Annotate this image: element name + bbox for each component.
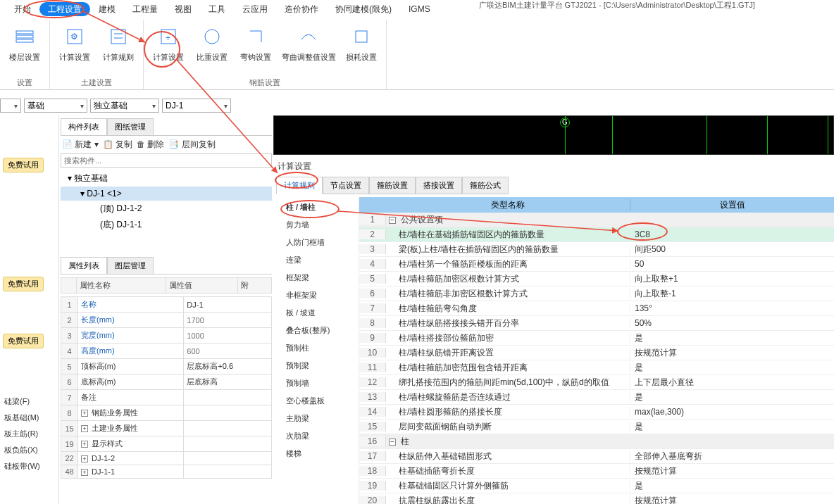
calc-row[interactable]: 14柱/墙柱圆形箍筋的搭接长度max(lae,300) [359, 405, 834, 420]
hook-settings-button[interactable]: 弯钩设置 [237, 23, 275, 76]
calc-side-item[interactable]: 非框架梁 [273, 286, 359, 304]
calc-tab-formula[interactable]: 箍筋公式 [462, 177, 509, 194]
table-row[interactable]: 7备注 [61, 390, 272, 405]
table-row[interactable]: 1名称DJ-1 [61, 297, 272, 313]
menu-collab[interactable]: 协同建模(限免) [327, 2, 400, 16]
table-row[interactable]: 22+ DJ-1-2 [61, 452, 272, 465]
component-selector[interactable]: DJ-1 [162, 99, 231, 113]
calc-tab-stirrup[interactable]: 箍筋设置 [369, 177, 416, 194]
table-row[interactable]: 15+ 土建业务属性 [61, 421, 272, 436]
floor-settings-button[interactable]: 楼层设置 [6, 23, 44, 76]
calc-row[interactable]: 10柱/墙柱纵筋错开距离设置按规范计算 [359, 346, 834, 360]
tab-drawing-mgmt[interactable]: 图纸管理 [107, 118, 154, 135]
tab-property-list[interactable]: 属性列表 [61, 257, 107, 274]
calc-side-item[interactable]: 连梁 [273, 251, 359, 269]
calc-row[interactable]: 7柱/墙柱箍筋弯勾角度135° [359, 301, 834, 316]
calc-row[interactable]: 6柱/墙柱箍筋非加密区根数计算方式向上取整-1 [359, 286, 834, 301]
tab-component-list[interactable]: 构件列表 [61, 118, 107, 135]
copy-button[interactable]: 📋 复制 [103, 139, 132, 151]
tree-item[interactable]: (底) DJ-1-1 [61, 217, 272, 233]
tree-item[interactable]: ▾ 独立基础 [61, 170, 272, 187]
new-button[interactable]: 📄 新建 ▾ [62, 139, 99, 151]
selector-blank[interactable] [0, 99, 21, 113]
calc-tab-lap[interactable]: 搭接设置 [416, 177, 462, 194]
calc-row[interactable]: 15层间变截面钢筋自动判断是 [359, 420, 834, 434]
calc-settings-button[interactable]: ⚙ 计算设置 [56, 23, 94, 76]
calc-row[interactable]: 17柱纵筋伸入基础锚固形式全部伸入基底弯折 [359, 449, 834, 464]
table-row[interactable]: 19+ 显示样式 [61, 436, 272, 452]
menu-modeling[interactable]: 建模 [90, 2, 124, 16]
table-row[interactable]: 6底标高(m)层底标高 [61, 374, 272, 390]
table-row[interactable]: 3宽度(mm)1000 [61, 328, 272, 344]
trial-button[interactable]: 免费试用 [3, 158, 44, 172]
calc-side-item[interactable]: 叠合板(整厚) [273, 322, 359, 339]
left-item[interactable]: 板基础(M) [0, 410, 58, 426]
type-selector[interactable]: 独立基础 [90, 99, 159, 113]
layer-copy-button[interactable]: 📑 层间复制 [168, 139, 215, 151]
calc-row[interactable]: 19柱基础锚固区只计算外侧箍筋是 [359, 479, 834, 493]
calc-side-item[interactable]: 次肋梁 [273, 427, 359, 445]
loss-settings-button[interactable]: 损耗设置 [342, 23, 380, 76]
calc-row[interactable]: 16− 柱 [359, 434, 834, 449]
left-item[interactable]: 础板带(W) [0, 458, 58, 474]
calc-tab-nodes[interactable]: 节点设置 [323, 177, 369, 194]
calc-row[interactable]: 11柱/墙柱箍筋加密范围包含错开距离是 [359, 360, 834, 375]
property-rows: 1名称DJ-12长度(mm)17003宽度(mm)10004高度(mm)6005… [61, 296, 272, 479]
calc-row[interactable]: 12绑扎搭接范围内的箍筋间距min(5d,100)中，纵筋d的取值上下层最小直径 [359, 375, 834, 390]
viewport-3d[interactable]: G [273, 115, 834, 155]
trial-button[interactable]: 免费试用 [3, 334, 44, 348]
tree-item[interactable]: (顶) DJ-1-2 [61, 201, 272, 217]
calc-side-item[interactable]: 主肋梁 [273, 410, 359, 427]
calc-side-item[interactable]: 预制梁 [273, 357, 359, 374]
calc-side-item[interactable]: 预制墙 [273, 374, 359, 392]
left-item[interactable]: 础梁(F) [0, 393, 58, 410]
calc-tab-rules[interactable]: 计算规则 [276, 177, 323, 194]
calc-side-item[interactable]: 板 / 坡道 [273, 304, 359, 322]
menu-cloud[interactable]: 云应用 [234, 2, 276, 16]
menu-view[interactable]: 视图 [166, 2, 200, 16]
table-row[interactable]: 8+ 钢筋业务属性 [61, 405, 272, 421]
bend-adjust-button[interactable]: 弯曲调整值设置 [280, 23, 337, 76]
left-item[interactable]: 板负筋(X) [0, 442, 58, 458]
menu-igms[interactable]: IGMS [400, 2, 439, 16]
weight-settings-button[interactable]: 比重设置 [193, 23, 231, 76]
category-selector[interactable]: 基础 [24, 99, 87, 113]
left-item[interactable]: 板主筋(R) [0, 426, 58, 442]
calc-side-item[interactable]: 框架梁 [273, 269, 359, 286]
calc-row[interactable]: 18柱基础插筋弯折长度按规范计算 [359, 464, 834, 479]
menu-cost[interactable]: 造价协作 [276, 2, 327, 16]
trial-button[interactable]: 免费试用 [3, 277, 44, 291]
tab-layer-mgmt[interactable]: 图层管理 [107, 257, 154, 274]
calc-side-item[interactable]: 楼梯 [273, 445, 359, 462]
rebar-calc-settings-button[interactable]: + 计算设置 [149, 23, 187, 76]
calc-side-item[interactable]: 柱 / 墙柱 [273, 199, 359, 216]
calc-row[interactable]: 3梁(板)上柱/墙柱在插筋锚固区内的箍筋数量间距500 [359, 242, 834, 257]
menu-start[interactable]: 开始 [6, 2, 39, 16]
table-row[interactable]: 4高度(mm)600 [61, 344, 272, 359]
left-nav-panel: 免费试用 免费试用 免费试用 础梁(F) 板基础(M) 板主筋(R) 板负筋(X… [0, 115, 59, 504]
calc-row[interactable]: 8柱/墙柱纵筋搭接接头错开百分率50% [359, 316, 834, 331]
tree-item[interactable]: ▾ DJ-1 <1> [61, 187, 272, 201]
calc-side-item[interactable]: 人防门框墙 [273, 234, 359, 251]
calc-row[interactable]: 13柱/墙柱螺旋箍筋是否连续通过是 [359, 390, 834, 405]
menu-quantity[interactable]: 工程量 [124, 2, 166, 16]
menu-project-settings[interactable]: 工程设置 [39, 2, 90, 16]
calc-row[interactable]: 20抗震柱纵筋露出长度按规范计算 [359, 493, 834, 504]
delete-button[interactable]: 🗑 删除 [137, 139, 164, 151]
table-row[interactable]: 2长度(mm)1700 [61, 313, 272, 328]
table-row[interactable]: 48+ DJ-1-1 [61, 465, 272, 479]
calc-row[interactable]: 5柱/墙柱箍筋加密区根数计算方式向上取整+1 [359, 272, 834, 286]
menu-tools[interactable]: 工具 [200, 2, 234, 16]
table-row[interactable]: 5顶标高(m)层底标高+0.6 [61, 359, 272, 374]
calc-side-item[interactable]: 预制柱 [273, 339, 359, 357]
calc-row[interactable]: 1− 公共设置项 [359, 213, 834, 227]
grid-line [612, 116, 613, 154]
selector-bar: 基础 独立基础 DJ-1 [0, 97, 834, 114]
calc-row[interactable]: 9柱/墙柱搭接部位箍筋加密是 [359, 331, 834, 346]
calc-row[interactable]: 2柱/墙柱在基础插筋锚固区内的箍筋数量3C8 [359, 227, 834, 242]
search-input[interactable] [61, 153, 272, 168]
calc-side-item[interactable]: 空心楼盖板 [273, 392, 359, 410]
calc-row[interactable]: 4柱/墙柱第一个箍筋距楼板面的距离50 [359, 257, 834, 272]
calc-side-item[interactable]: 剪力墙 [273, 216, 359, 234]
calc-rules-button[interactable]: 计算规则 [99, 23, 137, 76]
